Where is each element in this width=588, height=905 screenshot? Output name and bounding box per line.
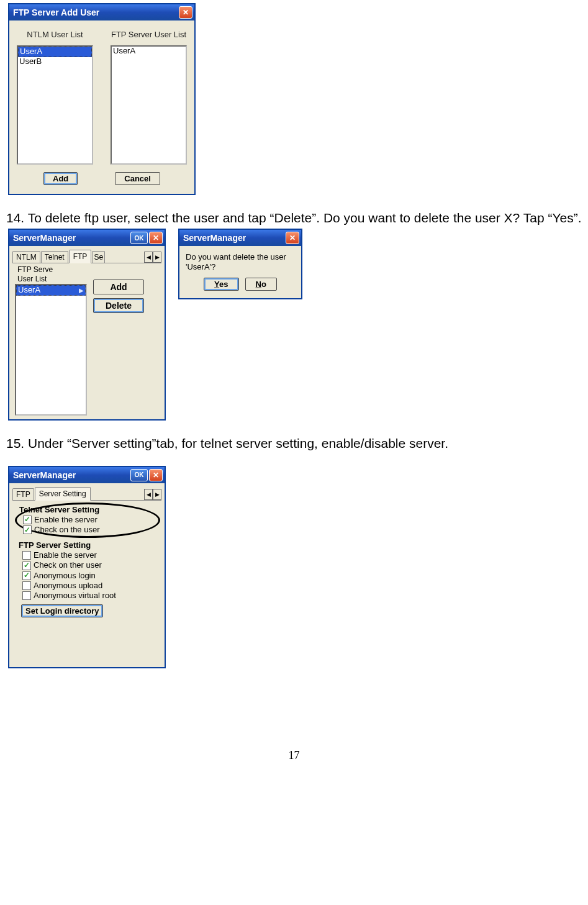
ftp-group-title: FTP Server Setting bbox=[19, 540, 160, 550]
checkbox-icon[interactable] bbox=[22, 591, 31, 600]
ftp-enable-label: Enable the server bbox=[34, 550, 97, 560]
ftp-anon-vroot-row[interactable]: Anonymous virtual root bbox=[22, 591, 160, 601]
tab-scroll-left-icon[interactable]: ◀ bbox=[144, 252, 153, 263]
list-item[interactable]: UserA bbox=[18, 47, 92, 57]
yes-button[interactable]: Yes bbox=[204, 278, 238, 291]
close-icon[interactable]: ✕ bbox=[179, 6, 192, 19]
ok-button[interactable]: OK bbox=[130, 232, 148, 244]
server-manager-settings-dialog: ServerManager OK ✕ FTP Server Setting ◀ … bbox=[8, 466, 166, 669]
cancel-button[interactable]: Cancel bbox=[115, 172, 160, 185]
tab-ntlm[interactable]: NTLM bbox=[12, 251, 40, 263]
tab-scroll-right-icon[interactable]: ▶ bbox=[153, 489, 161, 500]
tab-scroll-right-icon[interactable]: ▶ bbox=[153, 252, 161, 263]
tab-strip: FTP Server Setting ◀ ▶ bbox=[12, 486, 161, 501]
close-icon[interactable]: ✕ bbox=[149, 469, 163, 481]
ftp-user-list[interactable]: UserA bbox=[111, 45, 187, 165]
titlebar[interactable]: ServerManager OK ✕ bbox=[9, 467, 165, 483]
ftp-anon-login-row[interactable]: Anonymous login bbox=[22, 571, 160, 581]
ftp-user-list[interactable]: UserA ▶ bbox=[15, 284, 87, 416]
ftp-anon-upload-row[interactable]: Anonymous upload bbox=[22, 581, 160, 591]
confirm-message: Do you want delete the user 'UserA'? bbox=[186, 252, 295, 271]
checkbox-icon[interactable] bbox=[22, 581, 31, 590]
list-item[interactable]: UserA ▶ bbox=[16, 285, 86, 296]
tab-ftp[interactable]: FTP bbox=[69, 250, 92, 263]
ftp-anon-upload-label: Anonymous upload bbox=[34, 581, 102, 591]
dialog-title: ServerManager bbox=[183, 233, 246, 243]
close-icon[interactable]: ✕ bbox=[149, 232, 163, 244]
checkbox-icon[interactable] bbox=[22, 562, 31, 570]
tab-strip: NTLM Telnet FTP Se ◀ ▶ bbox=[12, 248, 161, 263]
ftp-anon-vroot-label: Anonymous virtual root bbox=[34, 591, 116, 601]
step-15-text: 15. Under “Server setting”tab, for telne… bbox=[6, 435, 582, 452]
server-manager-ftp-dialog: ServerManager OK ✕ NTLM Telnet FTP Se ◀ … bbox=[8, 229, 166, 421]
titlebar[interactable]: ServerManager OK ✕ bbox=[9, 230, 165, 246]
telnet-check-label: Check on the user bbox=[34, 525, 100, 535]
tab-telnet[interactable]: Telnet bbox=[41, 251, 68, 263]
ftp-anon-login-label: Anonymous login bbox=[34, 571, 96, 581]
no-button[interactable]: No bbox=[245, 278, 277, 291]
confirm-delete-dialog: ServerManager ✕ Do you want delete the u… bbox=[178, 229, 302, 299]
tab-ftp[interactable]: FTP bbox=[12, 488, 34, 500]
close-icon[interactable]: ✕ bbox=[286, 232, 299, 244]
titlebar[interactable]: ServerManager ✕ bbox=[179, 230, 301, 246]
list-item[interactable]: UserA bbox=[112, 47, 186, 56]
tab-server-setting[interactable]: Server Setting bbox=[35, 487, 91, 501]
telnet-group-title: Telnet Server Setting bbox=[19, 505, 156, 514]
telnet-highlight: Telnet Server Setting Enable the server … bbox=[15, 503, 160, 539]
ftp-check-row[interactable]: Check on ther user bbox=[22, 560, 160, 570]
checkbox-icon[interactable] bbox=[22, 571, 31, 580]
ntlm-list-label: NTLM User List bbox=[17, 24, 93, 45]
tab-scroll-left-icon[interactable]: ◀ bbox=[144, 489, 153, 500]
telnet-enable-row[interactable]: Enable the server bbox=[23, 515, 156, 525]
dialog-title: ServerManager bbox=[13, 470, 76, 480]
telnet-enable-label: Enable the server bbox=[34, 515, 97, 525]
ntlm-user-list[interactable]: UserA UserB bbox=[17, 45, 93, 165]
add-button[interactable]: Add bbox=[43, 172, 78, 185]
ok-button[interactable]: OK bbox=[130, 469, 148, 481]
delete-button[interactable]: Delete bbox=[93, 298, 144, 313]
ftp-add-user-dialog: FTP Server Add User ✕ NTLM User List Use… bbox=[8, 3, 196, 195]
chevron-right-icon: ▶ bbox=[79, 287, 84, 294]
set-login-directory-button[interactable]: Set Login directory bbox=[21, 604, 103, 617]
checkbox-icon[interactable] bbox=[23, 525, 32, 534]
step-14-text: 14. To delete ftp user, select the user … bbox=[6, 210, 582, 226]
ftp-enable-row[interactable]: Enable the server bbox=[22, 550, 160, 560]
dialog-title: FTP Server Add User bbox=[13, 7, 99, 17]
telnet-check-row[interactable]: Check on the user bbox=[23, 525, 156, 535]
ftp-list-label-line1: FTP Serve bbox=[17, 266, 87, 274]
ftp-list-label-line2: User List bbox=[17, 275, 87, 283]
ftp-check-label: Check on ther user bbox=[34, 560, 102, 570]
add-button[interactable]: Add bbox=[93, 280, 144, 294]
checkbox-icon[interactable] bbox=[23, 516, 32, 524]
ftp-list-label: FTP Server User List bbox=[111, 24, 187, 45]
dialog-title: ServerManager bbox=[13, 233, 76, 243]
titlebar[interactable]: FTP Server Add User ✕ bbox=[9, 4, 194, 20]
checkbox-icon[interactable] bbox=[22, 551, 31, 560]
list-item[interactable]: UserB bbox=[18, 57, 92, 66]
tab-partial[interactable]: Se bbox=[92, 251, 105, 263]
page-number: 17 bbox=[6, 749, 582, 762]
